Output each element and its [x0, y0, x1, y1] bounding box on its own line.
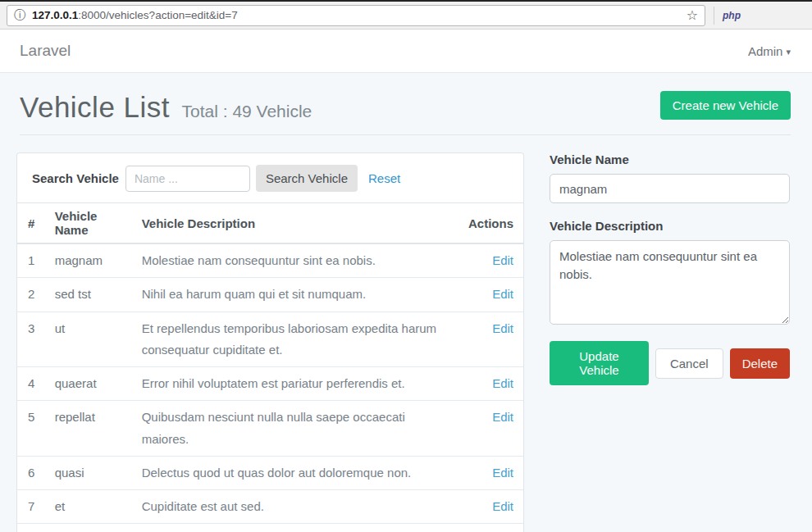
row-num: 3 — [17, 311, 48, 367]
table-row: 7 et Cupiditate est aut sed. Edit — [17, 490, 523, 524]
url-path: :8000/vehicles?action=edit&id=7 — [78, 9, 237, 21]
title-group: Vehicle List Total : 49 Vehicle — [20, 91, 312, 124]
row-name: ut — [48, 311, 135, 367]
title-divider — [20, 134, 791, 135]
vehicle-table: # Vehicle Name Vehicle Description Actio… — [17, 202, 523, 532]
reset-link[interactable]: Reset — [368, 171, 400, 185]
page-title: Vehicle List — [20, 91, 170, 123]
page-header: Vehicle List Total : 49 Vehicle Create n… — [20, 91, 791, 124]
row-name: repellat — [48, 401, 135, 457]
bookmark-star-icon[interactable]: ☆ — [687, 7, 698, 23]
row-name: et — [48, 490, 135, 524]
user-menu-label: Admin — [748, 44, 783, 58]
app-navbar: Laravel Admin▾ — [0, 30, 812, 73]
header-actions: Actions — [462, 203, 523, 244]
bookmark-php[interactable]: php — [723, 10, 741, 21]
search-bar: Search Vehicle Search Vehicle Reset — [17, 153, 523, 202]
search-label: Search Vehicle — [32, 171, 119, 185]
page-info-icon[interactable]: ⓘ — [14, 8, 25, 23]
chevron-down-icon: ▾ — [786, 47, 791, 57]
header-name: Vehicle Name — [48, 203, 135, 244]
address-bar[interactable]: ⓘ 127.0.0.1:8000/vehicles?action=edit&id… — [7, 5, 705, 26]
edit-link[interactable]: Edit — [492, 376, 513, 390]
form-buttons: Update Vehicle Cancel Delete — [550, 341, 790, 385]
create-vehicle-button[interactable]: Create new Vehicle — [660, 91, 791, 120]
table-row: 1 magnam Molestiae nam consequuntur sint… — [17, 243, 523, 278]
browser-chrome: ⓘ 127.0.0.1:8000/vehicles?action=edit&id… — [0, 0, 812, 30]
edit-link[interactable]: Edit — [492, 321, 513, 335]
table-header-row: # Vehicle Name Vehicle Description Actio… — [17, 203, 523, 244]
header-num: # — [17, 203, 48, 244]
row-num: 6 — [17, 456, 48, 489]
search-button[interactable]: Search Vehicle — [256, 165, 358, 192]
row-description: Nihil ea harum quam qui et sit numquam. — [135, 278, 462, 311]
row-num: 1 — [17, 243, 48, 278]
row-description: Cupiditate est aut sed. — [135, 490, 462, 524]
update-vehicle-button[interactable]: Update Vehicle — [550, 341, 649, 385]
vehicle-name-input[interactable] — [550, 174, 790, 203]
row-num: 5 — [17, 401, 48, 457]
url-host: 127.0.0.1 — [32, 9, 78, 21]
chrome-divider — [714, 7, 714, 25]
delete-button[interactable]: Delete — [730, 348, 790, 379]
row-name: quaerat — [48, 367, 135, 401]
brand-link[interactable]: Laravel — [20, 42, 71, 60]
row-num: 8 — [17, 524, 48, 532]
table-row: 2 sed tst Nihil ea harum quam qui et sit… — [17, 278, 523, 311]
search-input[interactable] — [125, 166, 250, 192]
page-body: Vehicle List Total : 49 Vehicle Create n… — [0, 73, 812, 532]
vehicle-list-card: Search Vehicle Search Vehicle Reset # Ve… — [16, 152, 524, 532]
row-num: 7 — [17, 490, 48, 524]
header-description: Vehicle Description — [135, 203, 462, 244]
edit-link[interactable]: Edit — [492, 287, 513, 301]
row-description: Molestiae nam consequuntur sint ea nobis… — [135, 243, 462, 278]
row-description: Et repellendus temporibus laboriosam exp… — [135, 311, 462, 367]
vehicle-description-label: Vehicle Description — [550, 219, 790, 233]
row-num: 4 — [17, 367, 48, 401]
row-description: Vel necessitatibus voluptates optio cons… — [135, 524, 462, 532]
edit-link[interactable]: Edit — [492, 410, 513, 424]
cancel-button[interactable]: Cancel — [655, 348, 723, 379]
url-text[interactable]: 127.0.0.1:8000/vehicles?action=edit&id=7 — [32, 9, 680, 21]
edit-link[interactable]: Edit — [492, 499, 513, 513]
table-row: 5 repellat Quibusdam nesciunt nulla null… — [17, 401, 523, 457]
content-area: Search Vehicle Search Vehicle Reset # Ve… — [16, 152, 790, 532]
row-name: magnam — [48, 243, 135, 278]
row-num: 2 — [17, 278, 48, 311]
table-row: 8 ut Vel necessitatibus voluptates optio… — [17, 524, 523, 532]
table-row: 3 ut Et repellendus temporibus laboriosa… — [17, 311, 523, 367]
edit-link[interactable]: Edit — [492, 466, 513, 480]
vehicle-description-textarea[interactable]: Molestiae nam consequuntur sint ea nobis… — [550, 240, 790, 325]
row-description: Delectus quod ut quas dolor aut doloremq… — [135, 456, 462, 489]
user-menu-dropdown[interactable]: Admin▾ — [748, 44, 791, 58]
row-name: sed tst — [48, 278, 135, 311]
table-row: 6 quasi Delectus quod ut quas dolor aut … — [17, 456, 523, 489]
vehicle-name-label: Vehicle Name — [550, 152, 790, 166]
row-name: quasi — [48, 456, 135, 489]
total-count-text: Total : 49 Vehicle — [182, 102, 312, 120]
edit-link[interactable]: Edit — [492, 253, 513, 267]
row-description: Error nihil voluptatem est pariatur perf… — [135, 367, 462, 401]
table-row: 4 quaerat Error nihil voluptatem est par… — [17, 367, 523, 401]
row-name: ut — [48, 524, 135, 532]
row-description: Quibusdam nesciunt nulla nulla saepe occ… — [135, 401, 462, 457]
edit-vehicle-form: Vehicle Name Vehicle Description Molesti… — [550, 152, 790, 385]
